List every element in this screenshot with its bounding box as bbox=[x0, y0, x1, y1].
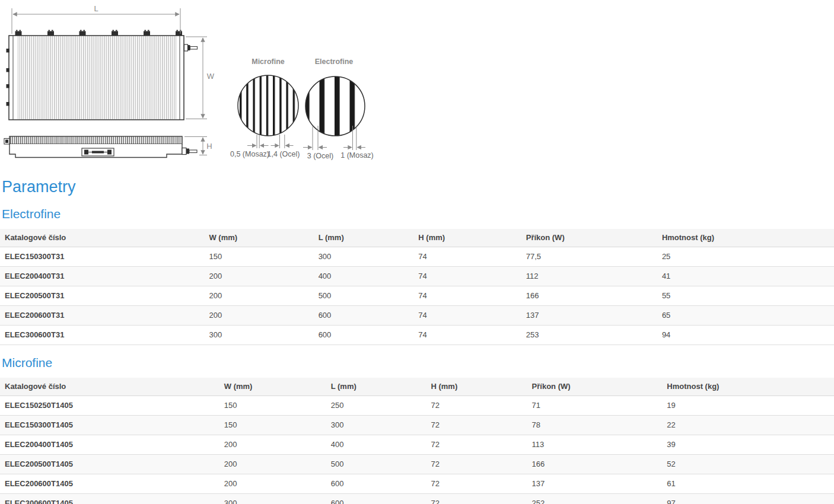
column-header-l: L (mm) bbox=[314, 229, 414, 247]
electrofine-brass-dim: 1 (Mosaz) bbox=[340, 151, 374, 160]
column-header-weight: Hmotnost (kg) bbox=[657, 229, 834, 247]
table-header-row: Katalogové číslo W (mm) L (mm) H (mm) Př… bbox=[0, 229, 834, 247]
cell-h: 72 bbox=[426, 416, 527, 435]
cell-power: 71 bbox=[527, 396, 663, 416]
cell-weight: 55 bbox=[657, 286, 834, 306]
cell-catalog: ELEC150300T1405 bbox=[0, 416, 219, 435]
table-row: ELEC200500T1405 200 500 72 166 52 bbox=[0, 455, 834, 474]
cell-l: 250 bbox=[326, 396, 426, 416]
cell-h: 74 bbox=[413, 247, 521, 267]
cell-catalog: ELEC200500T1405 bbox=[0, 455, 219, 474]
section-title-electrofine: Electrofine bbox=[2, 206, 834, 221]
height-dim-label: H bbox=[206, 142, 212, 151]
cell-l: 600 bbox=[326, 474, 426, 494]
cell-l: 500 bbox=[326, 455, 426, 474]
cell-l: 600 bbox=[326, 494, 426, 504]
cell-catalog: ELEC200600T1405 bbox=[0, 474, 219, 494]
cell-w: 200 bbox=[219, 455, 326, 474]
table-row: ELEC150250T1405 150 250 72 71 19 bbox=[0, 396, 834, 416]
table-row: ELEC200600T31 200 600 74 137 65 bbox=[0, 306, 834, 326]
cell-w: 200 bbox=[219, 474, 326, 494]
column-header-h: H (mm) bbox=[426, 378, 527, 396]
electrofine-parameters-table: Katalogové číslo W (mm) L (mm) H (mm) Př… bbox=[0, 229, 834, 345]
electrofine-detail: Electrofine 3 (Ocel) 1 (Mosaz) bbox=[303, 58, 374, 160]
cell-l: 400 bbox=[326, 435, 426, 455]
cell-w: 200 bbox=[219, 435, 326, 455]
length-dim-label: L bbox=[94, 4, 98, 13]
cell-l: 600 bbox=[314, 326, 414, 345]
cell-weight: 39 bbox=[662, 435, 834, 455]
clamp-row bbox=[15, 30, 183, 36]
cell-weight: 61 bbox=[662, 474, 834, 494]
cell-w: 200 bbox=[204, 267, 313, 286]
cell-catalog: ELEC300600T1405 bbox=[0, 494, 219, 504]
cell-power: 252 bbox=[527, 494, 663, 504]
column-header-h: H (mm) bbox=[413, 229, 521, 247]
table-row: ELEC200400T31 200 400 74 112 41 bbox=[0, 267, 834, 286]
cable-connector-side bbox=[182, 148, 197, 155]
cell-catalog: ELEC200400T1405 bbox=[0, 435, 219, 455]
microfine-detail-title: Microfine bbox=[252, 58, 285, 66]
cable-connector-top bbox=[184, 44, 198, 51]
table-header-row: Katalogové číslo W (mm) L (mm) H (mm) Př… bbox=[0, 378, 834, 396]
column-header-weight: Hmotnost (kg) bbox=[662, 378, 834, 396]
table-row: ELEC150300T31 150 300 74 77,5 25 bbox=[0, 247, 834, 267]
technical-drawing-area: L W bbox=[0, 0, 391, 173]
cell-weight: 97 bbox=[662, 494, 834, 504]
cell-w: 150 bbox=[219, 416, 326, 435]
plate-top-view bbox=[7, 30, 198, 120]
cell-weight: 19 bbox=[662, 396, 834, 416]
cell-weight: 65 bbox=[657, 306, 834, 326]
cell-l: 600 bbox=[314, 306, 414, 326]
cell-catalog: ELEC200600T31 bbox=[0, 306, 204, 326]
cell-h: 74 bbox=[413, 267, 521, 286]
table-row: ELEC300600T31 300 600 74 253 94 bbox=[0, 326, 834, 345]
cell-power: 77,5 bbox=[521, 247, 657, 267]
cell-l: 300 bbox=[314, 247, 414, 267]
cell-power: 137 bbox=[527, 474, 663, 494]
electrofine-detail-title: Electrofine bbox=[315, 58, 354, 66]
microfine-detail: Microfine 0,5 (Mosaz) 1,4 (Ocel) bbox=[230, 58, 300, 158]
cell-catalog: ELEC300600T31 bbox=[0, 326, 204, 345]
cell-power: 78 bbox=[527, 416, 663, 435]
microfine-steel-dim: 1,4 (Ocel) bbox=[268, 150, 300, 158]
cell-weight: 22 bbox=[662, 416, 834, 435]
column-header-w: W (mm) bbox=[204, 229, 313, 247]
cell-weight: 25 bbox=[657, 247, 834, 267]
cell-power: 137 bbox=[521, 306, 657, 326]
cell-power: 166 bbox=[527, 455, 663, 474]
cell-h: 72 bbox=[426, 494, 527, 504]
left-connector-side bbox=[4, 139, 9, 145]
cell-power: 113 bbox=[527, 435, 663, 455]
column-header-catalog: Katalogové číslo bbox=[0, 229, 204, 247]
cell-catalog: ELEC200500T31 bbox=[0, 286, 204, 306]
column-header-l: L (mm) bbox=[326, 378, 426, 396]
cell-catalog: ELEC150250T1405 bbox=[0, 396, 219, 416]
cell-l: 500 bbox=[314, 286, 414, 306]
cell-h: 72 bbox=[426, 435, 527, 455]
cell-l: 400 bbox=[314, 267, 414, 286]
cell-power: 253 bbox=[521, 326, 657, 345]
microfine-brass-dim: 0,5 (Mosaz) bbox=[230, 150, 269, 158]
table-row: ELEC200400T1405 200 400 72 113 39 bbox=[0, 435, 834, 455]
cell-w: 200 bbox=[204, 286, 313, 306]
cell-w: 150 bbox=[219, 396, 326, 416]
cell-catalog: ELEC200400T31 bbox=[0, 267, 204, 286]
cell-h: 72 bbox=[426, 474, 527, 494]
column-header-power: Příkon (W) bbox=[521, 229, 657, 247]
cell-catalog: ELEC150300T31 bbox=[0, 247, 204, 267]
cell-w: 300 bbox=[204, 326, 313, 345]
cell-weight: 41 bbox=[657, 267, 834, 286]
column-header-catalog: Katalogové číslo bbox=[0, 378, 219, 396]
electrofine-steel-dim: 3 (Ocel) bbox=[307, 152, 333, 160]
cell-w: 150 bbox=[204, 247, 313, 267]
table-row: ELEC200600T1405 200 600 72 137 61 bbox=[0, 474, 834, 494]
cell-h: 74 bbox=[413, 286, 521, 306]
cell-l: 300 bbox=[326, 416, 426, 435]
technical-drawing: L W bbox=[0, 0, 391, 173]
cell-w: 300 bbox=[219, 494, 326, 504]
table-row: ELEC300600T1405 300 600 72 252 97 bbox=[0, 494, 834, 504]
plate-side-view bbox=[4, 136, 197, 158]
table-row: ELEC200500T31 200 500 74 166 55 bbox=[0, 286, 834, 306]
cell-w: 200 bbox=[204, 306, 313, 326]
